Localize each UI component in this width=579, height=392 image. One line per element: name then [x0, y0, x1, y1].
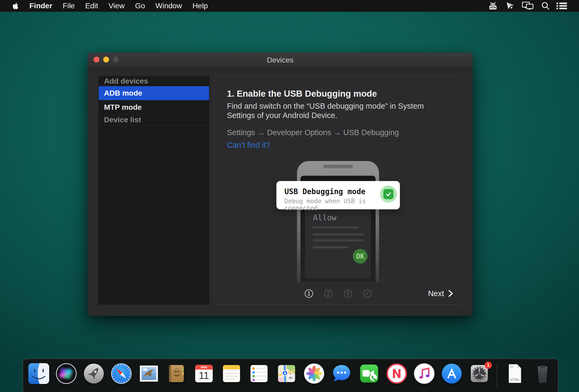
content-panel: 1. Enable the USB Debugging mode Find an…: [214, 76, 462, 305]
step-description: Find and switch on the “USB debugging mo…: [227, 101, 441, 120]
sidebar: Add devices ADB mode MTP mode Device lis…: [98, 76, 209, 304]
placeholder-text-bar: [312, 239, 364, 241]
calendar-day-label: 11: [199, 370, 209, 381]
dock: MAR 11: [23, 359, 558, 392]
dock-finder-icon[interactable]: [28, 363, 49, 384]
dock-mail-icon[interactable]: [138, 363, 159, 384]
dock-divider: [497, 363, 497, 388]
settings-path: Settings → Developer Options → USB Debug…: [227, 128, 399, 137]
zoom-button: [113, 57, 119, 62]
maps-3d-label: 3D: [289, 376, 293, 379]
menu-item-edit[interactable]: Edit: [85, 2, 98, 10]
menu-item-go[interactable]: Go: [135, 2, 145, 10]
menu-item-view[interactable]: View: [109, 2, 125, 10]
phone-speaker: [323, 165, 353, 168]
dock-system-preferences-icon[interactable]: 1: [469, 363, 490, 384]
step-indicator-2: 2: [324, 289, 333, 298]
wizard-footer: 1 2 3 ✓ Next: [214, 282, 462, 305]
dock-maps-icon[interactable]: 3D: [276, 363, 297, 384]
title-bar[interactable]: Devices: [88, 53, 473, 68]
phone-illustration: Allow OK: [297, 161, 379, 282]
next-label: Next: [428, 289, 444, 298]
dock-news-icon[interactable]: [386, 363, 407, 384]
menu-item-window[interactable]: Window: [155, 2, 182, 10]
placeholder-text-bar: [312, 226, 359, 229]
placeholder-text-bar: [312, 233, 364, 236]
sidebar-item-mtp-mode[interactable]: MTP mode: [99, 100, 209, 115]
ok-button: OK: [353, 249, 368, 264]
dock-photos-icon[interactable]: [304, 363, 325, 384]
list-icon[interactable]: [557, 2, 567, 10]
sidebar-item-device-list[interactable]: Device list: [99, 115, 209, 126]
popup-title: USB Debugging mode: [284, 187, 365, 196]
search-icon[interactable]: [541, 2, 549, 10]
chevron-right-icon: [448, 290, 453, 297]
dock-launchpad-icon[interactable]: [83, 363, 104, 384]
dock-contacts-icon[interactable]: [166, 363, 187, 384]
screen-cast-icon[interactable]: [505, 1, 515, 10]
apple-menu-icon[interactable]: [12, 2, 19, 10]
cant-find-it-link[interactable]: Can’t find it?: [227, 141, 270, 150]
displays-icon[interactable]: [522, 1, 534, 10]
dock-calendar-icon[interactable]: MAR 11: [194, 363, 214, 384]
calendar-month-label: MAR: [201, 366, 207, 369]
dock-itunes-icon[interactable]: [414, 363, 435, 384]
dock-notes-icon[interactable]: [221, 363, 242, 384]
android-device-icon[interactable]: [488, 1, 498, 10]
menu-item-file[interactable]: File: [63, 2, 75, 10]
dock-messages-icon[interactable]: [331, 363, 352, 384]
step-indicator-done: ✓: [363, 289, 372, 298]
step-heading: 1. Enable the USB Debugging mode: [227, 89, 377, 99]
menu-item-help[interactable]: Help: [192, 2, 208, 10]
usb-debug-popup: USB Debugging mode Debug mode when USB i…: [276, 181, 400, 209]
dock-app-store-icon[interactable]: [441, 363, 462, 384]
checkbox-checked-icon: [383, 189, 393, 199]
sidebar-item-adb-mode[interactable]: ADB mode: [99, 86, 209, 100]
placeholder-text-bar: [312, 246, 348, 248]
menu-item-finder[interactable]: Finder: [29, 2, 52, 10]
devices-window: Devices Add devices ADB mode MTP mode De…: [88, 53, 473, 316]
notification-badge: 1: [485, 362, 492, 369]
step-indicator-3: 3: [344, 289, 352, 298]
step-content: 1. Enable the USB Debugging mode Find an…: [214, 76, 462, 282]
window-title: Devices: [267, 56, 294, 64]
sidebar-header-add-devices: Add devices: [99, 76, 209, 86]
checkbox-highlight: [380, 186, 397, 203]
minimize-button[interactable]: [103, 57, 109, 62]
html-file-label: HTML: [510, 378, 520, 382]
step-indicator-1: 1: [305, 289, 313, 298]
next-button[interactable]: Next: [428, 282, 453, 305]
dock-html-file-icon[interactable]: HTML: [504, 363, 525, 384]
allow-label: Allow: [313, 213, 336, 222]
dock-safari-icon[interactable]: [111, 363, 132, 384]
dock-reminders-icon[interactable]: [249, 363, 269, 384]
dock-trash-icon[interactable]: [532, 363, 553, 384]
menu-bar: Finder File Edit View Go Window Help: [0, 0, 579, 12]
dock-siri-icon[interactable]: [56, 363, 77, 384]
close-button[interactable]: [94, 57, 99, 62]
dock-facetime-icon[interactable]: [359, 363, 380, 384]
